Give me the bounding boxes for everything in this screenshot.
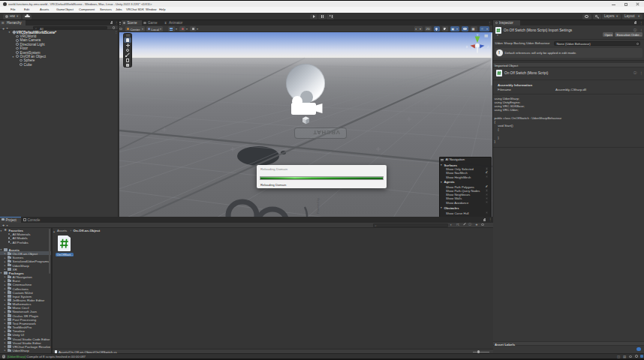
svg-text:Y: Y xyxy=(477,33,479,37)
svg-text:X: X xyxy=(466,46,468,49)
svg-text:Z: Z xyxy=(487,46,489,49)
